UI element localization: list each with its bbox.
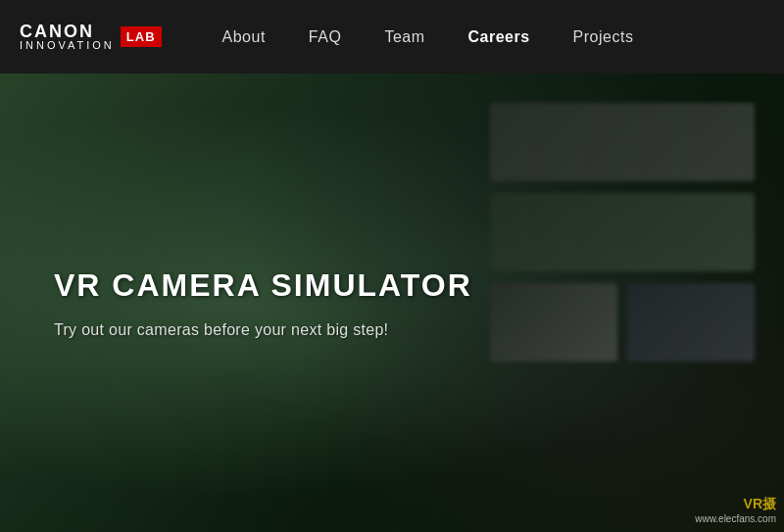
camera-thumbnails	[490, 103, 755, 362]
nav-link-faq[interactable]: FAQ	[287, 28, 364, 45]
thumb-1	[490, 103, 755, 181]
nav-item-careers[interactable]: Careers	[447, 28, 552, 46]
nav-item-about[interactable]: About	[201, 28, 287, 46]
logo-text: CANON INNOVATION	[20, 23, 115, 51]
logo[interactable]: CANON INNOVATION LAB	[20, 23, 162, 51]
hero-title: VR CAMERA SIMULATOR	[54, 267, 472, 304]
hero-content: VR CAMERA SIMULATOR Try out our cameras …	[54, 267, 472, 339]
innovation-wordmark: INNOVATION	[20, 40, 115, 51]
thumb-row-bottom	[490, 283, 755, 362]
watermark: VR摄 www.elecfans.com	[695, 496, 776, 524]
watermark-url: www.elecfans.com	[695, 513, 776, 524]
hero-subtitle: Try out our cameras before your next big…	[54, 321, 472, 339]
watermark-text: VR摄	[695, 496, 776, 513]
nav-link-team[interactable]: Team	[363, 28, 446, 45]
thumb-2	[490, 193, 755, 271]
thumb-inner-1	[490, 103, 755, 181]
nav-item-faq[interactable]: FAQ	[287, 28, 364, 46]
nav-link-about[interactable]: About	[201, 28, 287, 45]
thumb-inner-2	[490, 193, 755, 271]
nav-link-careers[interactable]: Careers	[447, 28, 552, 45]
nav-links: About FAQ Team Careers Projects	[201, 28, 656, 46]
nav-item-team[interactable]: Team	[363, 28, 446, 46]
navbar: CANON INNOVATION LAB About FAQ Team Care…	[0, 0, 784, 73]
nav-link-projects[interactable]: Projects	[552, 28, 656, 45]
lab-badge: LAB	[121, 26, 162, 47]
thumb-inner-3	[490, 283, 617, 362]
thumb-inner-4	[627, 283, 755, 362]
canon-wordmark: CANON	[20, 23, 115, 40]
nav-item-projects[interactable]: Projects	[552, 28, 656, 46]
thumb-4	[627, 283, 755, 362]
thumb-3	[490, 283, 617, 362]
hero-section: VR CAMERA SIMULATOR Try out our cameras …	[0, 73, 784, 532]
